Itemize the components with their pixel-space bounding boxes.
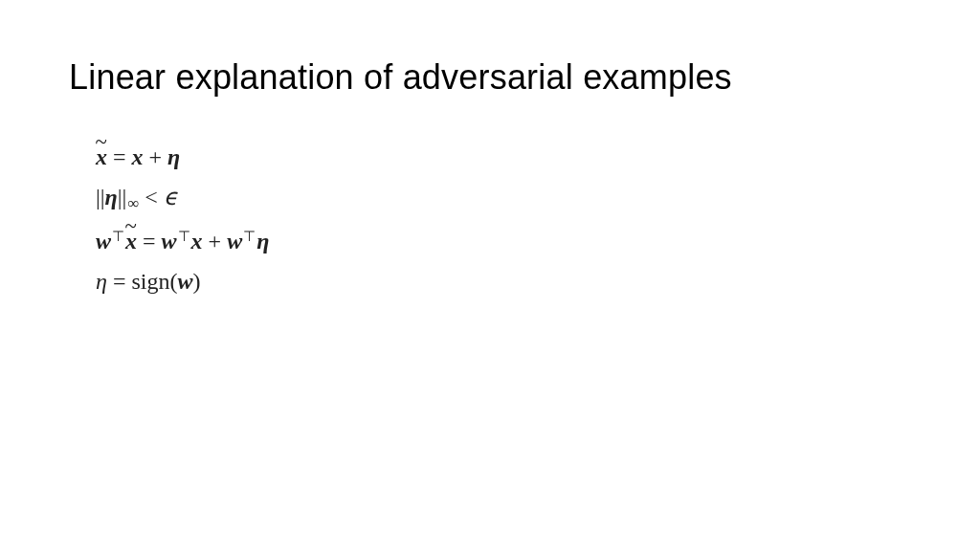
slide-body: x = x + η ||η||∞ < ϵ w⊤x = w⊤x + w⊤η η =… <box>96 145 269 310</box>
equation-1: x = x + η <box>96 145 269 168</box>
var-w: w <box>177 269 192 294</box>
var-w: w <box>96 229 111 253</box>
transpose-icon: ⊤ <box>178 229 190 244</box>
var-eta: η <box>167 144 180 169</box>
var-eta-scalar: η <box>96 269 107 294</box>
equation-4: η = sign(w) <box>96 270 269 293</box>
transpose-icon: ⊤ <box>243 229 256 244</box>
op-equals: = <box>143 229 162 253</box>
subscript-infinity: ∞ <box>127 194 139 212</box>
norm-right-bars: || <box>118 185 127 209</box>
op-equals: = <box>113 144 132 169</box>
slide: Linear explanation of adversarial exampl… <box>0 0 980 551</box>
paren-right: ) <box>192 269 200 294</box>
var-epsilon: ϵ <box>164 185 178 209</box>
norm-left-bars: || <box>96 185 105 209</box>
var-w: w <box>227 229 242 253</box>
var-x: x <box>191 229 203 253</box>
equation-3: w⊤x = w⊤x + w⊤η <box>96 230 269 253</box>
op-plus: + <box>209 229 228 253</box>
var-eta: η <box>105 185 118 209</box>
op-plus: + <box>149 144 168 169</box>
var-x: x <box>132 144 144 169</box>
fn-sign: sign <box>131 269 169 294</box>
var-eta: η <box>256 229 269 253</box>
equation-2: ||η||∞ < ϵ <box>96 186 269 212</box>
op-less-than: < <box>145 185 164 209</box>
var-w: w <box>162 229 177 253</box>
transpose-icon: ⊤ <box>112 229 124 244</box>
var-x-tilde: x <box>96 145 107 168</box>
op-equals: = <box>113 269 132 294</box>
var-x-tilde: x <box>125 230 137 253</box>
slide-title: Linear explanation of adversarial exampl… <box>69 57 732 98</box>
